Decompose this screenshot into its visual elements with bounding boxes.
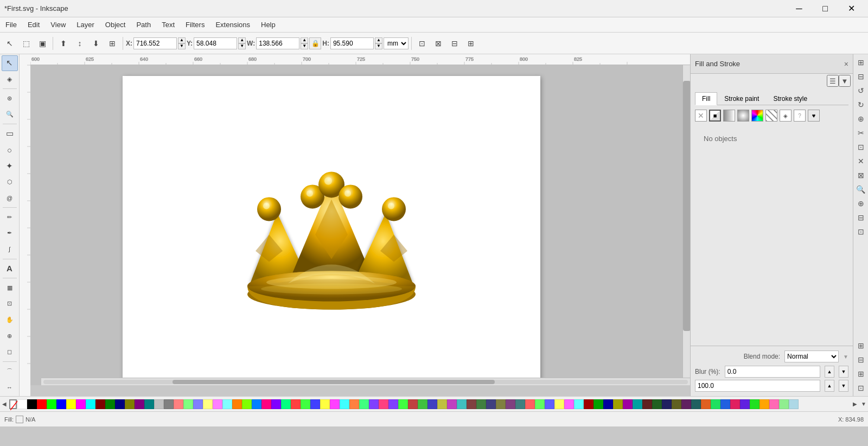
y-input[interactable] — [194, 37, 237, 49]
unit-select[interactable]: mm px in pt — [384, 37, 409, 49]
palette-color-4[interactable] — [56, 399, 66, 409]
palette-color-67[interactable] — [672, 399, 681, 409]
palette-color-7[interactable] — [86, 399, 95, 409]
unknown-paint-btn[interactable]: ? — [794, 110, 806, 122]
flat-color-btn[interactable]: ■ — [709, 110, 721, 122]
palette-color-25[interactable] — [261, 399, 271, 409]
spray-btn[interactable]: ⊕ — [2, 328, 18, 344]
palette-color-19[interactable] — [203, 399, 213, 409]
linear-grad-btn[interactable] — [723, 110, 735, 122]
measure-btn[interactable]: ↔ — [2, 379, 18, 395]
palette-color-9[interactable] — [105, 399, 115, 409]
menu-edit[interactable]: Edit — [22, 18, 45, 31]
pen-tool-btn[interactable]: ✒ — [2, 225, 18, 241]
transform-btn-3[interactable]: ⊟ — [447, 36, 462, 51]
palette-color-29[interactable] — [301, 399, 310, 409]
palette-color-33[interactable] — [340, 399, 349, 409]
palette-color-46[interactable] — [467, 399, 476, 409]
select-same-btn[interactable]: ▣ — [35, 36, 50, 51]
menu-help[interactable]: Help — [256, 18, 281, 31]
panel-close-btn[interactable]: × — [844, 60, 848, 68]
right-icon-4[interactable]: ↻ — [854, 98, 867, 111]
x-input[interactable] — [133, 37, 177, 49]
palette-scroll-right[interactable]: ▶ — [851, 397, 859, 412]
palette-color-51[interactable] — [515, 399, 525, 409]
palette-color-41[interactable] — [418, 399, 427, 409]
align-bottom-btn[interactable]: ⬇ — [88, 36, 104, 51]
palette-color-52[interactable] — [525, 399, 535, 409]
palette-color-6[interactable] — [76, 399, 86, 409]
right-icon-8[interactable]: ✕ — [854, 155, 867, 168]
heart-btn[interactable]: ♥ — [808, 110, 820, 122]
opacity-input[interactable] — [695, 380, 820, 392]
opacity-up-btn[interactable]: ▲ — [825, 380, 834, 392]
palette-color-54[interactable] — [545, 399, 554, 409]
right-icon-13[interactable]: ⊡ — [854, 225, 867, 238]
palette-color-72[interactable] — [720, 399, 730, 409]
vertical-scrollbar[interactable] — [682, 65, 690, 378]
palette-color-12[interactable] — [135, 399, 144, 409]
eyedropper-btn[interactable]: ✋ — [2, 312, 18, 328]
menu-layer[interactable]: Layer — [71, 18, 100, 31]
palette-color-34[interactable] — [349, 399, 359, 409]
palette-color-40[interactable] — [408, 399, 418, 409]
canvas-viewport[interactable] — [30, 65, 690, 385]
canvas-container[interactable]: // ruler ticks 600 625 640 660 680 700 — [20, 54, 690, 396]
palette-color-38[interactable] — [388, 399, 398, 409]
right-icon-2[interactable]: ⊟ — [854, 70, 867, 83]
palette-color-58[interactable] — [584, 399, 593, 409]
scrollbar-thumb[interactable] — [173, 380, 495, 384]
palette-color-75[interactable] — [750, 399, 760, 409]
right-icon-10[interactable]: 🔍 — [854, 183, 867, 196]
palette-color-26[interactable] — [271, 399, 281, 409]
palette-color-3[interactable] — [47, 399, 56, 409]
palette-color-37[interactable] — [379, 399, 388, 409]
palette-color-36[interactable] — [369, 399, 379, 409]
palette-color-53[interactable] — [535, 399, 545, 409]
palette-color-77[interactable] — [769, 399, 779, 409]
selection-tool-btn[interactable]: ↖ — [2, 55, 18, 71]
palette-color-56[interactable] — [564, 399, 574, 409]
w-spin-down[interactable]: ▼ — [301, 43, 308, 49]
palette-color-47[interactable] — [476, 399, 486, 409]
mesh-grad-btn[interactable] — [751, 110, 763, 122]
palette-color-0[interactable] — [17, 399, 27, 409]
w-input[interactable] — [256, 37, 299, 49]
right-icon-3[interactable]: ↺ — [854, 84, 867, 97]
right-icon-5[interactable]: ⊕ — [854, 112, 867, 125]
palette-color-49[interactable] — [496, 399, 506, 409]
opacity-down-btn[interactable]: ▼ — [839, 380, 848, 392]
transform-btn-2[interactable]: ⊠ — [431, 36, 446, 51]
palette-color-17[interactable] — [183, 399, 193, 409]
palette-color-55[interactable] — [554, 399, 564, 409]
right-icon-bottom-3[interactable]: ⊞ — [854, 367, 867, 380]
h-spin-down[interactable]: ▼ — [375, 43, 382, 49]
tweak-tool-btn[interactable]: ⊛ — [2, 91, 18, 106]
select-in-groups-btn[interactable]: ⬚ — [18, 36, 34, 51]
palette-color-48[interactable] — [486, 399, 496, 409]
pencil-tool-btn[interactable]: ✏ — [2, 209, 18, 225]
palette-color-35[interactable] — [359, 399, 369, 409]
paint-bucket-btn[interactable]: ⊡ — [2, 296, 18, 312]
zoom-tool-btn[interactable]: 🔍 — [2, 107, 18, 123]
palette-color-69[interactable] — [691, 399, 701, 409]
right-icon-bottom-2[interactable]: ⊟ — [854, 353, 867, 366]
calligraphy-tool-btn[interactable]: ∫ — [2, 241, 18, 257]
palette-color-14[interactable] — [154, 399, 164, 409]
no-color-swatch[interactable] — [9, 399, 17, 409]
spiral-tool-btn[interactable]: @ — [2, 190, 18, 206]
text-tool-btn[interactable]: A — [2, 261, 18, 277]
palette-scroll-down[interactable]: ▼ — [859, 397, 868, 412]
right-icon-6[interactable]: ✂ — [854, 126, 867, 139]
palette-color-70[interactable] — [701, 399, 711, 409]
align-middle-btn[interactable]: ↕ — [72, 36, 87, 51]
palette-color-45[interactable] — [457, 399, 467, 409]
distribute-btn[interactable]: ⊞ — [105, 36, 120, 51]
palette-color-28[interactable] — [291, 399, 301, 409]
palette-color-71[interactable] — [711, 399, 720, 409]
panel-collapse-btn[interactable]: ▼ — [839, 75, 851, 87]
menu-path[interactable]: Path — [131, 18, 156, 31]
transform-btn-1[interactable]: ⊡ — [414, 36, 430, 51]
node-tool-btn[interactable]: ◈ — [2, 72, 18, 87]
palette-color-22[interactable] — [232, 399, 242, 409]
